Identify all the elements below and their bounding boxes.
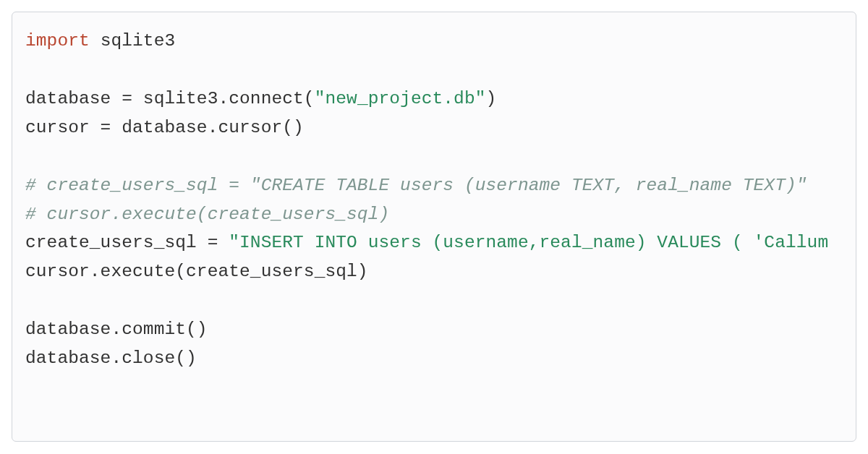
code-token: database.commit()	[25, 320, 208, 339]
code-token: sqlite3	[90, 31, 175, 51]
code-token: database.close()	[25, 348, 197, 368]
code-token: # cursor.execute(create_users_sql)	[25, 205, 389, 224]
code-block: import sqlite3 database = sqlite3.connec…	[12, 12, 856, 442]
code-token: )	[486, 89, 497, 108]
code-token: database = sqlite3.connect(	[25, 89, 315, 108]
code-token: "INSERT INTO users (username,real_name) …	[229, 233, 828, 252]
code-token: create_users_sql =	[25, 233, 229, 252]
code-token: import	[25, 31, 90, 51]
code-token: "new_project.db"	[315, 89, 486, 108]
code-token: # create_users_sql = "CREATE TABLE users…	[25, 176, 807, 195]
code-token: cursor = database.cursor()	[25, 118, 304, 137]
code-token: cursor.execute(create_users_sql)	[25, 262, 368, 281]
code-content: import sqlite3 database = sqlite3.connec…	[25, 27, 843, 373]
